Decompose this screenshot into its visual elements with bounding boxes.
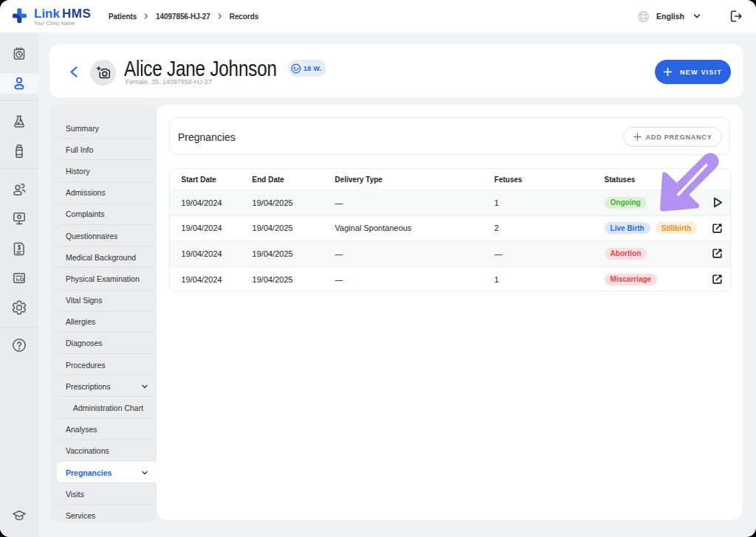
breadcrumb-patient-id[interactable]: 14097856-HJ-27 [156,13,210,21]
patient-avatar[interactable] [90,60,116,86]
chevron-down-icon [141,383,148,390]
table-header-row: Start Date End Date Delivery Type Fetuse… [170,169,730,190]
sidebar-item-prescriptions[interactable]: Prescriptions [50,375,157,397]
sidebar-item-vital-signs[interactable]: Vital Signs [50,290,157,311]
pregnancies-panel: Pregnancies ADD PREGNANCY Start Date End… [157,105,743,520]
gestation-weeks: 18 W. [303,65,322,72]
sidebar-item-complaints[interactable]: Complaints [50,204,157,225]
settings-icon[interactable] [11,299,27,316]
chevron-down-icon[interactable] [693,12,701,21]
sidebar-item-admissions[interactable]: Admissions [50,182,157,204]
column-header-start-date: Start Date [182,169,216,190]
app-logo[interactable]: LinkHMS Your Clinic Name [13,8,91,26]
patients-icon[interactable] [11,75,27,91]
column-header-end-date: End Date [252,169,284,190]
language-selector[interactable]: English [656,12,684,21]
patient-header-card: Alice Jane Johnson Female, 35, 14097856-… [49,44,743,98]
icon-rail [0,32,38,537]
breadcrumb-records[interactable]: Records [230,13,258,21]
plus-icon [633,133,642,141]
billing-icon[interactable] [11,240,27,257]
plus-icon [664,68,672,76]
sidebar-item-allergies[interactable]: Allergies [50,311,157,333]
reports-icon[interactable] [11,270,27,286]
table-row[interactable]: 19/04/2024 19/04/2025 — 1 Miscarriage [170,267,730,292]
education-icon[interactable] [11,507,27,524]
new-visit-button[interactable]: NEW VISIT [655,60,731,84]
sidebar-item-vaccinations[interactable]: Vaccinations [50,440,157,462]
breadcrumb-separator-icon [217,13,223,19]
add-pregnancy-button[interactable]: ADD PREGNANCY [623,127,722,147]
logo-brand-primary: Link [34,7,60,21]
status-badge: Live Birth [605,222,650,234]
sidebar-item-medical-background[interactable]: Medical Background [50,246,157,268]
sidebar-item-physical-examination[interactable]: Physical Examination [50,268,157,289]
sidebar-item-analyses[interactable]: Analyses [50,419,157,440]
open-in-new-icon[interactable] [712,223,723,234]
table-row[interactable]: 19/04/2024 19/04/2025 — 1 Ongoing [170,190,730,216]
panel-title: Pregnancies [178,131,236,143]
sidebar-item-history[interactable]: History [50,160,157,181]
status-badge: Ongoing [605,197,647,209]
logo-tagline: Your Clinic Name [34,21,91,26]
sidebar-item-summary[interactable]: Summary [50,117,157,139]
logo-plus-icon [13,8,27,24]
open-in-new-icon[interactable] [712,248,723,259]
logo-brand-secondary: HMS [62,7,91,21]
appointments-icon[interactable] [11,46,27,62]
sidebar-item-diagnoses[interactable]: Diagnoses [50,333,157,354]
breadcrumb: Patients 14097856-HJ-27 Records [109,0,258,32]
open-in-new-icon[interactable] [712,274,723,285]
logout-icon[interactable] [729,10,743,23]
back-button[interactable] [69,66,78,77]
pharmacy-icon[interactable] [11,143,27,159]
sidebar-item-pregnancies[interactable]: Pregnancies [57,462,157,483]
patient-subtitle: Female, 35, 14097856-HJ-27 [126,78,212,86]
table-row[interactable]: 19/04/2024 19/04/2025 Vaginal Spontaneou… [170,216,730,242]
pregnancies-table: Start Date End Date Delivery Type Fetuse… [169,168,731,291]
patient-name: Alice Jane Johnson [124,60,277,78]
sidebar-item-administration-chart[interactable]: Administration Chart [50,397,157,418]
telehealth-icon[interactable] [11,210,27,226]
column-header-delivery-type: Delivery Type [335,169,382,190]
sidebar-item-visits[interactable]: Visits [50,483,157,505]
breadcrumb-patients[interactable]: Patients [109,13,137,21]
chevron-down-icon [141,469,148,477]
status-badge: Miscarriage [605,274,658,285]
help-icon[interactable] [11,337,27,353]
breadcrumb-separator-icon [143,13,149,19]
column-header-statuses: Statuses [605,169,636,190]
sidebar-item-full-info[interactable]: Full Info [50,139,157,160]
gestation-badge: 18 W. [288,60,326,77]
add-photo-icon [96,66,111,80]
status-badge: Stillbirth [656,222,698,234]
laboratory-icon[interactable] [11,114,27,130]
staff-icon[interactable] [11,181,27,198]
app-window: LinkHMS Your Clinic Name Patients 140978… [0,0,756,537]
pregnancies-header-card: Pregnancies ADD PREGNANCY [169,117,730,155]
pregnancy-icon [291,63,301,74]
column-header-fetuses: Fetuses [495,169,523,190]
globe-icon [637,10,650,23]
topbar: LinkHMS Your Clinic Name Patients 140978… [0,0,756,32]
sidebar-item-services[interactable]: Services [50,505,157,526]
status-badge: Abortion [605,248,647,260]
play-icon[interactable] [712,197,723,208]
sidebar-item-questionnaires[interactable]: Questionnaires [50,225,157,246]
sidebar-item-procedures[interactable]: Procedures [50,354,157,375]
table-row[interactable]: 19/04/2024 19/04/2025 — — Abortion [170,241,730,267]
records-sidebar: Summary Full Info History Admissions Com… [50,105,157,523]
